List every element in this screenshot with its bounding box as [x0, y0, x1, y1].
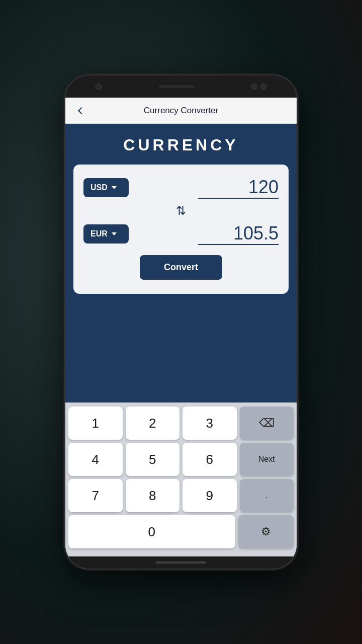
phone-speaker [159, 85, 194, 88]
from-currency-label: USD [90, 183, 108, 192]
key-4[interactable]: 4 [68, 443, 123, 476]
app-body: CURRENCY USD ⇅ [65, 124, 297, 403]
to-currency-chevron-icon [112, 232, 117, 235]
from-currency-select[interactable]: USD [83, 178, 129, 197]
phone-bottom-bar [65, 556, 297, 569]
keyboard-row-2: 4 5 6 Next [68, 443, 294, 476]
key-3[interactable]: 3 [183, 407, 237, 440]
settings-key[interactable]: ⚙ [238, 515, 294, 548]
convert-label: Convert [164, 262, 198, 272]
keyboard-row-3: 7 8 9 . [68, 479, 294, 512]
back-button[interactable] [73, 103, 89, 119]
swap-button[interactable]: ⇅ [83, 205, 279, 217]
gear-icon: ⚙ [261, 525, 271, 538]
home-indicator [156, 561, 206, 564]
from-currency-row: USD [83, 177, 279, 199]
to-amount-input[interactable] [198, 223, 279, 245]
decimal-key[interactable]: . [240, 479, 294, 512]
currency-title: CURRENCY [73, 136, 289, 154]
phone-device: Currency Converter CURRENCY USD [65, 75, 297, 569]
camera-dot-2 [260, 84, 266, 90]
keyboard-row-1: 1 2 3 ⌫ [68, 407, 294, 440]
phone-screen: Currency Converter CURRENCY USD [65, 98, 297, 556]
next-label: Next [258, 455, 275, 464]
key-6[interactable]: 6 [183, 443, 237, 476]
swap-arrows-icon: ⇅ [176, 205, 186, 217]
next-key[interactable]: Next [240, 443, 294, 476]
key-2[interactable]: 2 [126, 407, 180, 440]
camera-dot-1 [251, 84, 257, 90]
backspace-icon: ⌫ [259, 417, 275, 430]
phone-top-hardware [65, 75, 297, 98]
from-currency-chevron-icon [112, 186, 117, 189]
app-header: Currency Converter [65, 98, 297, 124]
to-currency-row: EUR [83, 223, 279, 245]
key-9[interactable]: 9 [183, 479, 237, 512]
back-chevron-icon [78, 107, 85, 114]
keyboard-area: 1 2 3 ⌫ 4 5 6 Next 7 8 9 . [65, 403, 297, 556]
front-cameras-right [251, 84, 266, 90]
backspace-key[interactable]: ⌫ [240, 407, 294, 440]
front-camera-left [96, 84, 102, 90]
from-amount-input[interactable] [198, 177, 279, 199]
currency-title-area: CURRENCY [65, 124, 297, 165]
convert-button[interactable]: Convert [140, 255, 222, 280]
key-5[interactable]: 5 [126, 443, 180, 476]
page-title: Currency Converter [89, 106, 273, 116]
key-1[interactable]: 1 [68, 407, 123, 440]
to-currency-label: EUR [90, 229, 108, 238]
keyboard-row-4: 0 ⚙ [68, 515, 294, 548]
converter-card: USD ⇅ EUR [73, 165, 289, 294]
key-0[interactable]: 0 [68, 515, 235, 548]
to-currency-select[interactable]: EUR [83, 224, 129, 244]
key-8[interactable]: 8 [126, 479, 180, 512]
key-7[interactable]: 7 [68, 479, 123, 512]
